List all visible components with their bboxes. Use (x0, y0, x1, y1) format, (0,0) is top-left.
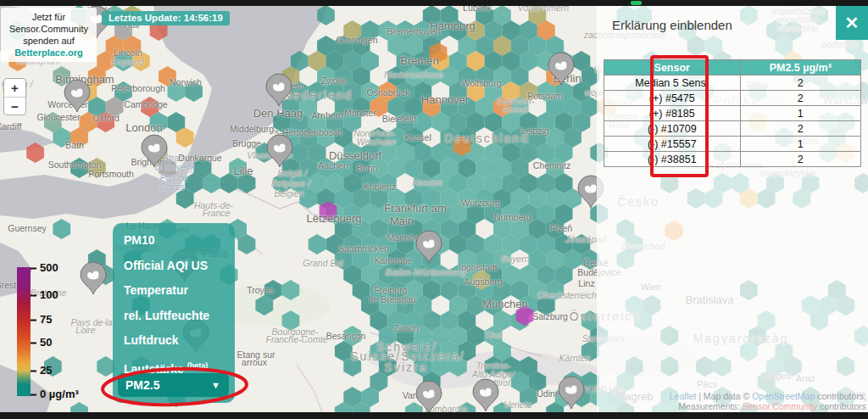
table-cell: 1 (740, 137, 860, 152)
attribution-text: | Map data © (696, 391, 752, 401)
menu-item-official-aqi-us[interactable]: Official AQI US (124, 254, 235, 279)
close-icon: ✕ (845, 14, 860, 32)
table-cell: 1 (740, 106, 860, 121)
donation-line: Sensor.Community (3, 23, 95, 35)
table-row[interactable]: Median 5 Sens.2 (604, 75, 861, 91)
zoom-control: + − (3, 78, 26, 115)
chevron-down-icon: ▼ (211, 373, 220, 397)
menu-item-pm10[interactable]: PM10 (124, 228, 235, 254)
table-row[interactable]: (+) #54752 (604, 91, 861, 106)
attribution-text: contributors, (815, 391, 866, 401)
attribution-line2: Measurements: Sensor.Community contribut… (670, 401, 866, 411)
table-header: PM2.5 µg/m³ (740, 60, 860, 75)
table-cell: (+) #5475 (604, 91, 741, 106)
zoom-in-button[interactable]: + (4, 79, 25, 97)
explanation-toggle[interactable]: Erklärung einblenden (612, 18, 732, 32)
table-cell: (-) #15557 (604, 137, 741, 152)
top-bar-indicator (631, 1, 642, 5)
map-attribution: Leaflet | Map data © OpenStreetMap contr… (670, 391, 866, 411)
table-row[interactable]: (-) #107092 (604, 121, 861, 137)
legend-tick: 75 (31, 313, 52, 326)
menu-item-luftdruck[interactable]: Luftdruck (124, 328, 235, 354)
attribution-text: contributors (817, 401, 866, 411)
table-cell: 2 (740, 91, 860, 106)
attribution-link[interactable]: Sensor.Community (743, 401, 818, 411)
attribution-line1: Leaflet | Map data © OpenStreetMap contr… (670, 391, 866, 401)
legend-tick: 500 (31, 261, 58, 274)
attribution-text: Measurements: (678, 401, 742, 411)
close-panel-button[interactable]: ✕ (836, 6, 868, 40)
table-row[interactable]: (-) #388512 (604, 152, 861, 167)
sensor-marker[interactable] (81, 262, 106, 294)
sensor-marker[interactable] (266, 74, 292, 106)
bottom-chrome-bar (0, 412, 868, 419)
layer-menu: PM10Official AQI USTemperaturrel. Luftfe… (113, 223, 235, 403)
table-cell: 2 (740, 75, 860, 91)
table-cell: (-) #10709 (604, 121, 741, 137)
attribution-link[interactable]: OpenStreetMap (752, 391, 815, 401)
table-cell: (+) #8185 (604, 106, 741, 121)
legend-tick: 100 (31, 288, 58, 301)
menu-item-temperatur[interactable]: Temperatur (124, 278, 235, 304)
menu-item-rel-luftfeuchte[interactable]: rel. Luftfeuchte (124, 304, 235, 329)
donation-line: Jetzt für (3, 11, 95, 23)
table-cell: (-) #38851 (604, 152, 741, 167)
legend-tick: 25 (31, 364, 52, 377)
top-chrome-bar (0, 0, 868, 6)
map-app: LeedsHullLincolnEnglandBirminghamNorwich… (0, 0, 868, 419)
zoom-out-button[interactable]: − (4, 97, 25, 115)
legend-tick: 0 µg/m³ (31, 388, 79, 400)
last-update-badge: Letztes Update: 14:56:19 (102, 11, 230, 25)
attribution-link[interactable]: Leaflet (670, 391, 697, 401)
table-row[interactable]: (+) #81851 (604, 106, 861, 121)
donation-line: spenden auf (3, 35, 95, 47)
donation-note: Jetzt für Sensor.Community spenden auf B… (1, 8, 97, 62)
sensor-marker[interactable] (267, 135, 292, 167)
sensor-marker[interactable] (548, 53, 574, 85)
sensor-marker[interactable] (142, 135, 167, 167)
betterplace-link[interactable]: Betterplace.org (3, 47, 95, 59)
table-row[interactable]: (-) #155571 (604, 137, 861, 152)
table-cell: 2 (740, 121, 860, 137)
sensor-table: SensorPM2.5 µg/m³ Median 5 Sens.2(+) #54… (604, 59, 861, 167)
legend-tick: 50 (31, 336, 52, 349)
sensor-marker[interactable] (473, 379, 498, 411)
sensor-marker[interactable] (559, 377, 584, 409)
sensor-marker[interactable] (64, 80, 90, 112)
table-cell: Median 5 Sens. (604, 75, 741, 91)
explanation-panel: Erklärung einblenden ✕ SensorPM2.5 µg/m³… (597, 6, 868, 412)
layer-select-pm25[interactable]: PM2.5 ▼ (118, 373, 229, 397)
beta-sup: (beta) (187, 361, 209, 370)
legend-gradient-bar (17, 267, 31, 396)
sensor-marker[interactable] (416, 381, 442, 413)
table-header: Sensor (604, 60, 741, 75)
sensor-marker[interactable] (416, 231, 442, 263)
table-cell: 2 (740, 152, 860, 167)
